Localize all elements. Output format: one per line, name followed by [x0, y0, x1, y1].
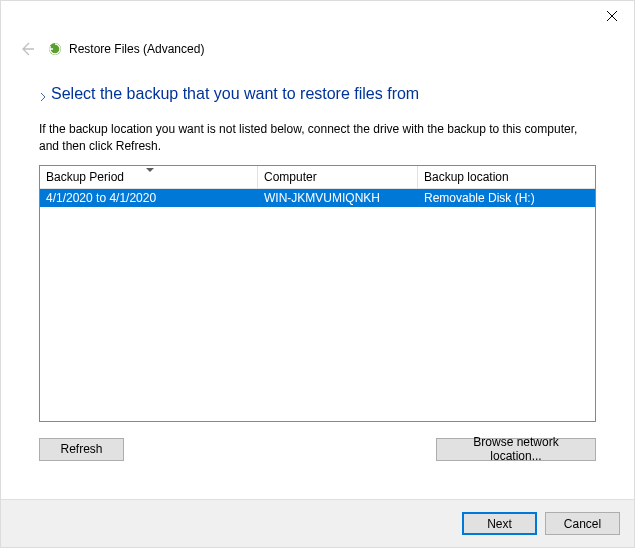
- list-body: 4/1/2020 to 4/1/2020WIN-JKMVUMIQNKHRemov…: [40, 189, 595, 421]
- next-button[interactable]: Next: [462, 512, 537, 535]
- cell-computer: WIN-JKMVUMIQNKH: [258, 191, 418, 205]
- titlebar: [1, 1, 634, 33]
- heading-chevron-icon: [39, 90, 47, 98]
- restore-files-icon: [47, 41, 63, 57]
- column-header-location[interactable]: Backup location: [418, 166, 595, 188]
- column-header-computer[interactable]: Computer: [258, 166, 418, 188]
- column-header-period[interactable]: Backup Period: [40, 166, 258, 188]
- instruction-text: If the backup location you want is not l…: [39, 121, 596, 155]
- page-heading: Select the backup that you want to resto…: [51, 85, 419, 103]
- close-button[interactable]: [589, 1, 634, 31]
- list-header: Backup Period Computer Backup location: [40, 166, 595, 189]
- close-icon: [607, 11, 617, 21]
- window-title: Restore Files (Advanced): [69, 42, 204, 56]
- wizard-header: Restore Files (Advanced): [1, 33, 634, 65]
- wizard-footer: Next Cancel: [1, 499, 634, 547]
- cancel-button[interactable]: Cancel: [545, 512, 620, 535]
- cell-period: 4/1/2020 to 4/1/2020: [40, 191, 258, 205]
- browse-network-button[interactable]: Browse network location...: [436, 438, 596, 461]
- backup-list[interactable]: Backup Period Computer Backup location 4…: [39, 165, 596, 422]
- refresh-button[interactable]: Refresh: [39, 438, 124, 461]
- table-row[interactable]: 4/1/2020 to 4/1/2020WIN-JKMVUMIQNKHRemov…: [40, 189, 595, 207]
- back-button[interactable]: [17, 39, 37, 59]
- back-arrow-icon: [19, 41, 35, 57]
- sort-descending-icon: [146, 168, 154, 172]
- cell-location: Removable Disk (H:): [418, 191, 595, 205]
